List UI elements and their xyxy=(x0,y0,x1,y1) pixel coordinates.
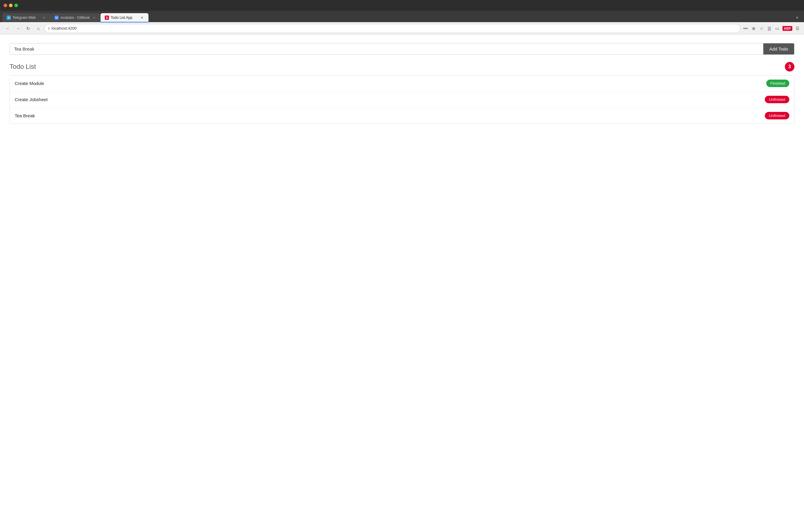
menu-icon[interactable]: ☰ xyxy=(795,25,800,32)
tab-bar: ✈ Telegram Web ✕ M modules · GitBook ✕ A… xyxy=(0,11,804,22)
page-content: Add Todo Todo List 3 Create Module Finis… xyxy=(0,35,804,532)
status-badge[interactable]: Unfinised xyxy=(765,96,789,103)
pocket-icon[interactable]: ⊕ xyxy=(751,25,756,32)
todo-item: Create Jobsheet Unfinised xyxy=(10,92,794,108)
browser-window: ✈ Telegram Web ✕ M modules · GitBook ✕ A… xyxy=(0,0,804,532)
gitbook-icon: M xyxy=(55,16,59,20)
close-button[interactable] xyxy=(4,4,7,7)
new-tab-button[interactable]: + xyxy=(792,13,802,22)
bookmark-icon[interactable]: ☆ xyxy=(759,25,765,32)
address-text: localhost:4200 xyxy=(52,26,737,31)
todo-item-text: Create Jobsheet xyxy=(15,97,48,102)
telegram-icon: ✈ xyxy=(6,16,11,20)
status-badge[interactable]: Unfinised xyxy=(765,112,789,119)
todo-list-title: Todo List xyxy=(10,63,36,71)
split-view-icon[interactable]: ▭ xyxy=(774,25,780,32)
tab-gitbook[interactable]: M modules · GitBook ✕ xyxy=(50,13,100,22)
info-icon: ℹ xyxy=(48,26,50,31)
more-icon[interactable]: ••• xyxy=(742,25,749,32)
todo-input[interactable] xyxy=(10,43,763,55)
maximize-button[interactable] xyxy=(14,4,18,7)
tab-todo[interactable]: A Todo List App ✕ xyxy=(100,13,148,22)
todo-list-header: Todo List 3 xyxy=(10,62,794,72)
address-bar[interactable]: ℹ localhost:4200 xyxy=(44,24,741,33)
nav-right-buttons: ••• ⊕ ☆ ||| ▭ ABP ☰ xyxy=(742,25,800,32)
todo-item-text: Tea Break xyxy=(15,113,35,118)
back-button[interactable]: ← xyxy=(4,24,12,33)
traffic-lights xyxy=(4,4,18,7)
reload-button[interactable]: ↻ xyxy=(24,24,32,33)
add-todo-button[interactable]: Add Todo xyxy=(763,43,794,55)
todo-item: Create Module Finished xyxy=(10,75,794,92)
library-icon[interactable]: ||| xyxy=(767,25,772,32)
forward-button[interactable]: → xyxy=(14,24,22,33)
tab-telegram-label: Telegram Web xyxy=(13,16,39,20)
todo-input-row: Add Todo xyxy=(10,43,794,55)
tab-telegram-close[interactable]: ✕ xyxy=(41,15,46,20)
nav-bar: ← → ↻ ⌂ ℹ localhost:4200 ••• ⊕ ☆ ||| ▭ A… xyxy=(0,22,804,35)
tab-telegram[interactable]: ✈ Telegram Web ✕ xyxy=(2,13,50,22)
minimize-button[interactable] xyxy=(9,4,13,7)
angular-icon: A xyxy=(105,16,109,20)
tab-gitbook-label: modules · GitBook xyxy=(60,16,90,20)
title-bar xyxy=(0,0,804,11)
home-button[interactable]: ⌂ xyxy=(34,24,42,33)
todo-count-badge: 3 xyxy=(785,62,794,72)
tab-todo-label: Todo List App xyxy=(111,16,138,20)
tab-gitbook-close[interactable]: ✕ xyxy=(92,15,96,20)
todo-item-text: Create Module xyxy=(15,81,44,86)
todo-list: Create Module Finished Create Jobsheet U… xyxy=(10,75,794,124)
status-badge[interactable]: Finished xyxy=(766,80,789,87)
abp-button[interactable]: ABP xyxy=(782,26,792,31)
tab-todo-close[interactable]: ✕ xyxy=(139,15,144,20)
todo-item: Tea Break Unfinised xyxy=(10,108,794,124)
